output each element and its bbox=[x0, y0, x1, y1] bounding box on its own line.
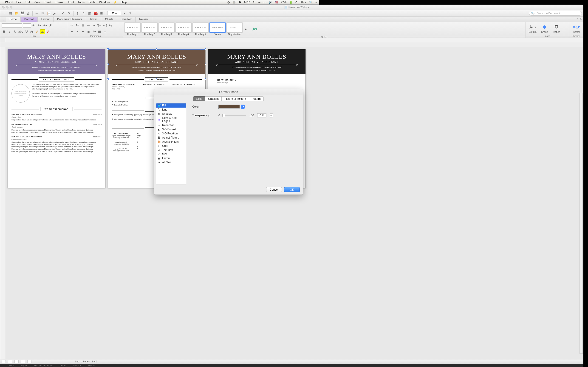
print-icon[interactable]: 🖨 bbox=[26, 11, 31, 16]
resize-handle[interactable] bbox=[205, 78, 206, 80]
media-icon[interactable]: ⊞ bbox=[99, 11, 104, 16]
indent-icon[interactable]: ⇥ bbox=[91, 23, 96, 28]
tab-home[interactable]: Home bbox=[6, 17, 21, 22]
zoom-button[interactable] bbox=[10, 6, 12, 8]
numbering-icon[interactable]: 1≡ bbox=[75, 23, 80, 28]
paste-icon[interactable]: 📋 bbox=[46, 11, 52, 16]
italic-icon[interactable]: I bbox=[7, 29, 12, 34]
volume-icon[interactable]: 🔊 bbox=[268, 1, 272, 4]
gallery-icon[interactable]: ▥ bbox=[87, 11, 92, 16]
ltr-icon[interactable]: ¶→ bbox=[97, 23, 102, 28]
tab-gradient[interactable]: Gradient bbox=[205, 96, 222, 101]
show-marks-icon[interactable]: ¶ bbox=[75, 11, 80, 16]
shrink-font-icon[interactable]: A▾ bbox=[37, 23, 42, 28]
horizontal-ruler[interactable] bbox=[0, 38, 319, 42]
cat-alt-text[interactable]: A̲Alt Text bbox=[156, 160, 186, 165]
borders-icon[interactable]: ▭ bbox=[103, 29, 107, 34]
menu-view[interactable]: View bbox=[34, 0, 40, 4]
adobe-icon[interactable]: AI 10 bbox=[244, 1, 250, 4]
tab-picture-texture[interactable]: Picture or Texture bbox=[221, 96, 249, 101]
text-effect-icon[interactable]: A bbox=[35, 29, 40, 34]
transparency-slider[interactable] bbox=[223, 115, 246, 116]
redo-icon[interactable]: ↷ bbox=[66, 11, 72, 16]
styles-more-icon[interactable]: ▸ bbox=[243, 27, 249, 31]
ribbon-home-icon[interactable]: ⌂ bbox=[2, 17, 6, 22]
selected-shape[interactable] bbox=[108, 49, 205, 79]
resize-handle[interactable] bbox=[107, 64, 109, 65]
menu-font[interactable]: Font bbox=[68, 0, 74, 4]
style-normal[interactable]: AaBbCcDdE Normal bbox=[209, 23, 225, 35]
menu-edit[interactable]: Edit bbox=[25, 0, 30, 4]
subscript-icon[interactable]: A₂ bbox=[29, 29, 34, 34]
menu-app[interactable]: Word bbox=[5, 0, 13, 4]
multilevel-icon[interactable]: ⊟ bbox=[80, 23, 86, 28]
clock-icon[interactable]: ◔ bbox=[227, 1, 230, 4]
style-organization[interactable]: AABBCCI Organization bbox=[226, 23, 242, 35]
styles-pane-button[interactable]: A▾ bbox=[250, 26, 260, 32]
cat-3d-format[interactable]: ◧3-D Format bbox=[156, 127, 186, 131]
cat-layout[interactable]: ▦Layout bbox=[156, 156, 186, 160]
battery-text[interactable]: 22% bbox=[281, 1, 286, 4]
help-icon[interactable]: ? bbox=[128, 11, 133, 16]
align-center-icon[interactable]: ≡ bbox=[75, 29, 80, 34]
sort-icon[interactable]: A↓ bbox=[108, 23, 113, 28]
nav-icon[interactable]: ▯ bbox=[81, 11, 86, 16]
align-left-icon[interactable]: ≡ bbox=[69, 29, 74, 34]
battery-icon[interactable]: 🔋 bbox=[289, 1, 293, 4]
menu-insert[interactable]: Insert bbox=[44, 0, 51, 4]
spotlight-icon[interactable]: 🔍 bbox=[309, 1, 313, 4]
resize-handle[interactable] bbox=[156, 78, 157, 80]
dropbox-icon[interactable]: ⬢ bbox=[239, 1, 241, 4]
toolbox-icon[interactable]: 🧰 bbox=[93, 11, 98, 16]
change-case-icon[interactable]: Aa bbox=[43, 23, 48, 28]
cat-adjust-picture[interactable]: 🖼Adjust Picture bbox=[156, 135, 186, 140]
format-painter-icon[interactable]: 🖌 bbox=[52, 11, 57, 16]
resize-handle[interactable] bbox=[107, 78, 109, 80]
cat-crop[interactable]: ✂Crop bbox=[156, 144, 186, 148]
superscript-icon[interactable]: A² bbox=[24, 29, 29, 34]
shading-icon[interactable]: ▦ bbox=[97, 29, 102, 34]
font-size-combo[interactable] bbox=[23, 23, 31, 27]
color-swatch[interactable] bbox=[218, 105, 240, 109]
resize-handle[interactable] bbox=[205, 48, 206, 50]
new-icon[interactable]: ▫ bbox=[2, 11, 7, 16]
justify-icon[interactable]: ≣ bbox=[86, 29, 91, 34]
save-icon[interactable]: 💾 bbox=[19, 11, 25, 16]
font-color-icon[interactable]: A bbox=[46, 29, 51, 34]
open-icon[interactable]: 📂 bbox=[14, 11, 19, 16]
style-heading4[interactable]: AaBbCcDdI Heading 4 bbox=[175, 23, 191, 35]
style-heading3[interactable]: AaBbCcDdI Heading 3 bbox=[158, 23, 174, 35]
cat-3d-rotation[interactable]: ⟲3-D Rotation bbox=[156, 131, 186, 135]
flag-icon[interactable]: 🇺🇸 bbox=[275, 1, 278, 4]
line-spacing-icon[interactable]: ⇕≡ bbox=[91, 29, 96, 34]
copy-icon[interactable]: ⧉ bbox=[40, 11, 45, 16]
style-heading5[interactable]: AaBbCcDdI Heading 5 bbox=[192, 23, 208, 35]
style-heading2[interactable]: AaBbCcDdI Heading 2 bbox=[141, 23, 157, 35]
tab-smartart[interactable]: SmartArt bbox=[117, 17, 136, 22]
strike-icon[interactable]: abc bbox=[18, 29, 23, 34]
timemachine-icon[interactable]: ↻ bbox=[253, 1, 255, 4]
outdent-icon[interactable]: ⇤ bbox=[86, 23, 91, 28]
user-name[interactable]: Alice bbox=[300, 1, 306, 4]
bullets-icon[interactable]: •≡ bbox=[69, 23, 74, 28]
cancel-button[interactable]: Cancel bbox=[266, 187, 282, 192]
close-button[interactable] bbox=[2, 6, 5, 8]
tab-review[interactable]: Review bbox=[136, 17, 152, 22]
templates-icon[interactable]: ▦ bbox=[8, 11, 13, 16]
bold-icon[interactable]: B bbox=[2, 29, 7, 34]
cat-reflection[interactable]: ≋Reflection bbox=[156, 123, 186, 127]
menu-table[interactable]: Table bbox=[88, 0, 95, 4]
sync-icon[interactable]: ⟳ bbox=[295, 1, 298, 4]
tab-solid[interactable]: Solid bbox=[193, 96, 205, 101]
clear-format-icon[interactable]: A̸ bbox=[48, 23, 53, 28]
cat-fill[interactable]: 🪣Fill bbox=[156, 103, 186, 108]
notifications-icon[interactable]: ≡ bbox=[315, 1, 317, 4]
vertical-ruler[interactable] bbox=[0, 47, 5, 199]
menu-format[interactable]: Format bbox=[55, 0, 64, 4]
align-right-icon[interactable]: ≡ bbox=[80, 29, 86, 34]
tab-charts[interactable]: Charts bbox=[101, 17, 117, 22]
resize-handle[interactable] bbox=[156, 48, 157, 50]
cat-line[interactable]: ╲Line bbox=[156, 108, 186, 112]
menu-window[interactable]: Window bbox=[99, 0, 110, 4]
tab-layout[interactable]: Layout bbox=[38, 17, 53, 22]
